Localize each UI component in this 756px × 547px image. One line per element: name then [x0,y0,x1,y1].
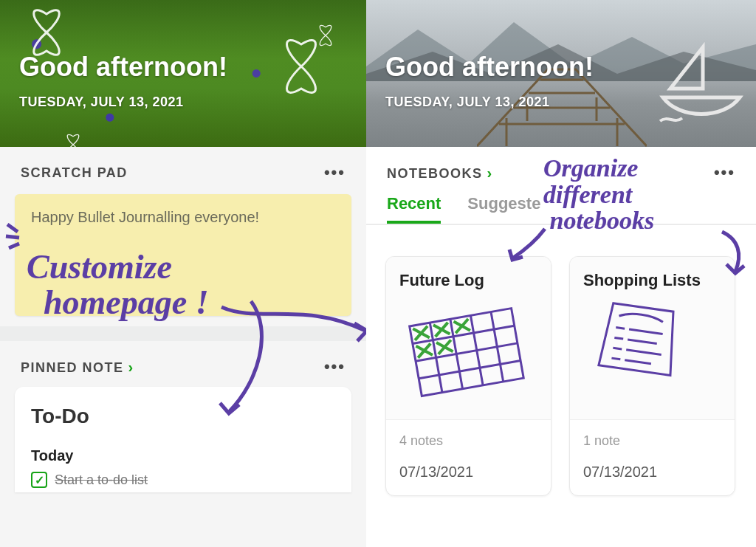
notebook-title: Future Log [399,270,537,291]
notebook-count: 4 notes [399,433,537,449]
hero-banner: Good afternoon! TUESDAY, JULY 13, 2021 [0,0,366,147]
scratch-pad-header: SCRATCH PAD ••• [0,147,366,187]
svg-line-35 [625,359,651,363]
svg-line-32 [613,348,622,349]
homepage-right: Good afternoon! TUESDAY, JULY 13, 2021 N… [366,0,756,547]
chevron-right-icon: › [487,165,493,181]
note-section: Today [31,447,335,464]
greeting-date: TUESDAY, JULY 13, 2021 [19,94,183,110]
chevron-right-icon: › [128,359,134,375]
greeting-title: Good afternoon! [19,52,227,83]
annotation-accent-icon [4,221,27,251]
svg-line-34 [611,358,620,359]
list-doodle-icon [583,297,694,385]
annotation-customize: Customize homepage ! [27,250,209,321]
annotation-arrow-icon [713,229,750,276]
flower-doodle-icon [266,32,337,100]
todo-text: Start a to-do list [55,472,148,488]
hero-banner: Good afternoon! TUESDAY, JULY 13, 2021 [366,0,756,147]
svg-line-33 [626,349,662,354]
svg-line-29 [629,329,663,334]
svg-line-23 [453,318,470,332]
svg-line-21 [433,322,450,336]
sailboat-doodle-icon [657,41,746,130]
notebooks-more-button[interactable]: ••• [714,163,735,182]
checkbox-checked-icon[interactable]: ✓ [31,472,47,488]
notebooks-title[interactable]: NOTEBOOKS› [387,165,493,182]
annotation-arrow-icon [214,294,366,427]
svg-line-12 [416,343,518,360]
annotation-organize: Organize different notebooks [543,155,654,234]
todo-item[interactable]: ✓ Start a to-do list [31,472,335,488]
scratch-pad-text: Happy Bullet Journalling everyone! [31,209,259,225]
svg-line-27 [436,340,453,354]
notebook-date: 07/13/2021 [399,464,537,481]
svg-line-13 [419,360,520,378]
annotation-arrow-icon [506,224,551,266]
svg-line-19 [413,326,429,340]
tab-suggested[interactable]: Suggeste [467,194,540,224]
svg-line-28 [616,327,625,328]
homepage-left: Good afternoon! TUESDAY, JULY 13, 2021 S… [0,0,366,547]
svg-line-25 [416,343,432,357]
notebook-card-shopping-lists[interactable]: Shopping Lists 1 note 07/13/2021 [569,256,735,496]
notebook-count: 1 note [583,433,721,449]
scratch-pad-title: SCRATCH PAD [21,165,128,181]
notebook-card-future-log[interactable]: Future Log [385,256,551,496]
svg-line-31 [628,339,657,343]
calendar-doodle-icon [399,297,525,400]
notebook-date: 07/13/2021 [583,464,721,481]
greeting-title: Good afternoon! [385,52,594,83]
notebook-cards: Future Log [366,225,756,496]
tab-recent[interactable]: Recent [387,194,441,224]
pinned-note-title[interactable]: PINNED NOTE› [21,359,134,376]
greeting-date: TUESDAY, JULY 13, 2021 [385,94,549,110]
svg-line-30 [614,337,623,339]
notebook-title: Shopping Lists [583,270,721,291]
scratch-pad-more-button[interactable]: ••• [324,163,346,182]
flower-doodle-icon [59,131,88,147]
